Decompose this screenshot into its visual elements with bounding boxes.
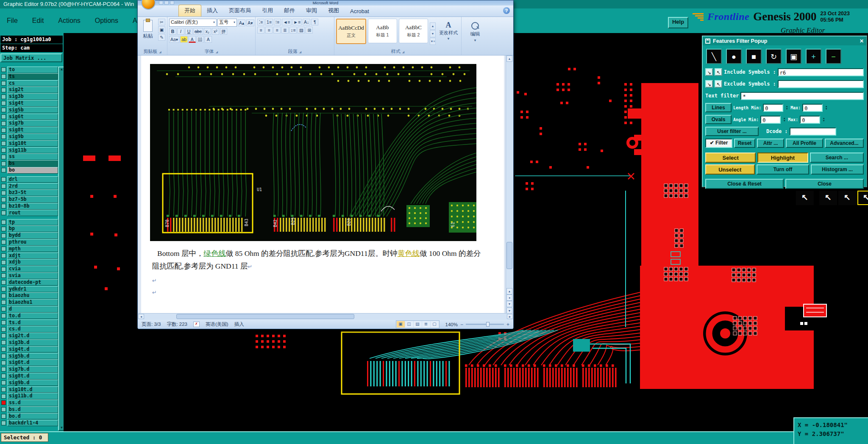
layer-visibility-checkbox[interactable] [1,367,6,372]
menu-item-options[interactable]: Options [95,17,118,25]
layer-row[interactable]: cs [0,80,58,87]
layer-visibility-checkbox[interactable] [1,407,6,412]
tab-页面布局[interactable]: 页面布局 [223,5,256,17]
layer-button-bs.d[interactable]: bs.d [7,406,58,413]
scroll-thumb[interactable] [506,242,512,269]
layer-visibility-checkbox[interactable] [1,294,6,298]
editing-button[interactable]: 编辑 ▼ [463,19,487,48]
layer-row[interactable]: sig2t [0,86,58,93]
layer-visibility-checkbox[interactable] [1,177,6,182]
layer-row[interactable]: rout [0,210,58,216]
layer-visibility-checkbox[interactable] [1,414,6,419]
layer-button-bs[interactable]: bs [7,160,58,167]
layer-button-sig8t[interactable]: sig8t [7,127,58,133]
layer-row[interactable]: sig6t [0,114,58,120]
layer-visibility-checkbox[interactable] [1,394,6,399]
layer-row[interactable]: sig6t.d [0,359,58,366]
layer-button-xdjb[interactable]: xdjb [7,259,58,266]
layer-button-ts.d[interactable]: ts.d [7,319,58,326]
layer-row[interactable]: backdrl1-4 [0,419,58,426]
angle-min-spinner[interactable]: ▲▼ [782,117,786,122]
tab-插入[interactable]: 插入 [201,5,223,17]
close-icon[interactable]: ✕ [860,38,864,44]
help-button[interactable]: Help [668,17,688,28]
zoom-level[interactable]: 140% [445,322,458,327]
layer-row[interactable]: sig11b.d [0,393,58,400]
char-border-icon[interactable]: 囍 [197,36,204,43]
layer-button-ydkdr1[interactable]: ydkdr1 [7,286,58,293]
style-tile-3[interactable]: AaBbC标题 2 [399,19,428,43]
tab-开始[interactable]: 开始 [178,5,201,17]
attr-button[interactable]: Attr ... [757,139,784,148]
layer-visibility-checkbox[interactable] [1,320,6,325]
layer-button-sig11b[interactable]: sig11b [7,147,58,154]
layer-button-sig2t[interactable]: sig2t [7,86,58,93]
layer-row[interactable]: pthrou [0,239,58,246]
search-button[interactable]: Search ... [810,153,864,163]
styles-gallery-scroll[interactable]: ▲ ▼ ▼≡ [430,19,436,48]
unselect-button[interactable]: Unselect [705,164,755,175]
zoom-out-icon[interactable]: − [460,322,463,327]
scroll-left-icon[interactable]: ◄ [138,314,144,319]
layer-row[interactable]: bs.d [0,406,58,413]
layer-visibility-checkbox[interactable] [1,121,6,126]
length-max-spinner[interactable]: ▲▼ [824,105,828,110]
zoom-slider[interactable] [466,324,504,325]
zoom-thumb[interactable] [486,322,490,327]
layer-visibility-checkbox[interactable] [1,280,6,285]
layer-visibility-checkbox[interactable] [1,314,6,318]
scroll-right-icon[interactable]: ► [507,314,513,319]
layer-visibility-checkbox[interactable] [1,94,6,99]
layer-button-sig4t[interactable]: sig4t [7,100,58,107]
sort-icon[interactable]: A↓ [303,19,310,25]
layer-button-tp[interactable]: tp [7,219,58,226]
layer-row[interactable]: bydd [0,232,58,239]
layer-button-datecode-pt[interactable]: datecode-pt [7,279,58,286]
layer-visibility-checkbox[interactable] [1,267,6,272]
layer-row[interactable]: bz7-5b [0,196,58,203]
show-marks-icon[interactable]: ¶ [311,19,318,25]
layer-visibility-checkbox[interactable] [1,333,6,338]
pick-exclude-symbol2-icon[interactable]: ↖ [715,80,722,88]
layer-button-sig10t[interactable]: sig10t [7,140,58,147]
print-layout-icon[interactable]: ▣ [397,321,405,327]
layer-visibility-checkbox[interactable] [1,141,6,146]
layer-button-drl[interactable]: drl [7,176,58,183]
layer-row[interactable]: sig9b.d [0,380,58,386]
grow-font-icon[interactable]: A▴ [238,19,245,26]
layer-row[interactable]: sig5b [0,107,58,114]
pan-pointer-icon[interactable]: ↖ [819,191,837,205]
text-filter-input[interactable]: * [740,92,864,100]
layer-row[interactable]: sig2t.d [0,333,58,339]
layer-visibility-checkbox[interactable] [1,240,6,244]
layer-row[interactable]: datecode-pt [0,279,58,286]
numbering-icon[interactable]: 1≡ [265,19,273,25]
layer-row[interactable]: mpth [0,246,58,253]
layer-button-backdrl1-4[interactable]: backdrl1-4 [7,420,58,427]
underline-icon[interactable]: U [185,28,192,35]
layer-row[interactable]: xdjt [0,253,58,259]
layer-button-d[interactable]: d [7,306,58,313]
rect-tool-icon[interactable]: ■ [746,49,762,64]
browse-object-icon[interactable]: ● [506,294,512,301]
layer-row[interactable]: sig7b [0,120,58,127]
shrink-font-icon[interactable]: A▾ [246,19,254,26]
select-button[interactable]: Select [705,153,756,163]
layer-visibility-checkbox[interactable] [1,108,6,112]
layer-visibility-checkbox[interactable] [1,191,6,195]
layer-row[interactable]: ts.d [0,319,58,326]
next-page-icon[interactable]: ▼ [506,301,512,307]
rotate-tool-icon[interactable]: ↻ [766,49,782,64]
layer-row[interactable]: xdjb [0,259,58,266]
layer-row[interactable]: sig11b [0,147,58,154]
tab-邮件[interactable]: 邮件 [278,5,300,17]
layer-row[interactable]: ts [0,73,58,80]
line-spacing-icon[interactable]: ↕≡ [289,27,297,33]
close-reset-button[interactable]: Close & Reset [705,179,784,189]
zoom-in-icon[interactable]: + [506,322,509,327]
layer-button-sig9b.d[interactable]: sig9b.d [7,380,58,386]
filter-toggle[interactable]: ✔ Filter [705,139,732,148]
spellcheck-icon[interactable]: ✗ [193,322,200,327]
justify-icon[interactable]: ≣ [281,27,289,33]
layer-button-sig5b.d[interactable]: sig5b.d [7,353,58,360]
